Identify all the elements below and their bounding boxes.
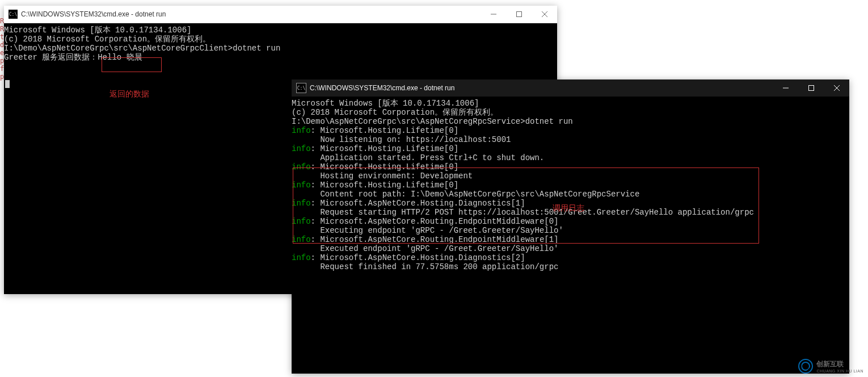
watermark-text: 创新互联 [816, 359, 863, 369]
watermark: 创新互联 CHUANG XIN HU LIAN [798, 359, 863, 374]
maximize-button[interactable] [798, 79, 824, 97]
watermark-logo-icon [798, 359, 813, 374]
watermark-subtext: CHUANG XIN HU LIAN [816, 369, 863, 373]
log-line-source: info: Microsoft.Hosting.Lifetime[0] [292, 181, 847, 190]
window-title: C:\WINDOWS\SYSTEM32\cmd.exe - dotnet run [21, 10, 481, 18]
svg-rect-1 [516, 12, 521, 17]
terminal-line: I:\Demo\AspNetCoreGrpc\src\AspNetCoregRp… [292, 117, 847, 126]
log-line-source: info: Microsoft.AspNetCore.Routing.Endpo… [292, 217, 847, 226]
log-level: info [292, 217, 311, 226]
log-level: info [292, 126, 311, 135]
terminal-line: Greeter 服务返回数据：Hello 晓晨 [4, 53, 555, 62]
terminal-line: (c) 2018 Microsoft Corporation。保留所有权利。 [4, 35, 555, 44]
log-line-source: info: Microsoft.Hosting.Lifetime[0] [292, 126, 847, 135]
text-cursor [5, 80, 10, 88]
cmd-icon: C:\ [9, 10, 18, 19]
log-line-source: info: Microsoft.AspNetCore.Routing.Endpo… [292, 235, 847, 244]
terminal-output[interactable]: Microsoft Windows [版本 10.0.17134.1006](c… [292, 97, 849, 374]
terminal-line: Microsoft Windows [版本 10.0.17134.1006] [4, 26, 555, 35]
close-button[interactable] [824, 79, 849, 97]
terminal-line: I:\Demo\AspNetCoreGrpc\src\AspNetCoreGrp… [4, 44, 555, 53]
log-level: info [292, 144, 311, 153]
log-level: info [292, 199, 311, 208]
log-line-source: info: Microsoft.Hosting.Lifetime[0] [292, 162, 847, 171]
log-line-source: info: Microsoft.AspNetCore.Hosting.Diagn… [292, 199, 847, 208]
log-line-message: Request starting HTTP/2 POST https://loc… [292, 208, 847, 217]
terminal-line: (c) 2018 Microsoft Corporation。保留所有权利。 [292, 108, 847, 117]
titlebar[interactable]: C:\ C:\WINDOWS\SYSTEM32\cmd.exe - dotnet… [292, 79, 849, 97]
window-controls [773, 79, 849, 97]
log-line-message: Application started. Press Ctrl+C to shu… [292, 153, 847, 162]
window-controls [481, 6, 557, 23]
log-line-source: info: Microsoft.AspNetCore.Hosting.Diagn… [292, 253, 847, 262]
close-button[interactable] [532, 6, 557, 23]
log-line-message: Request finished in 77.5758ms 200 applic… [292, 262, 847, 271]
log-line-message: Hosting environment: Development [292, 171, 847, 181]
log-line-message: Now listening on: https://localhost:5001 [292, 135, 847, 144]
minimize-button[interactable] [481, 6, 506, 23]
log-line-source: info: Microsoft.Hosting.Lifetime[0] [292, 144, 847, 153]
cmd-window-service: C:\ C:\WINDOWS\SYSTEM32\cmd.exe - dotnet… [292, 79, 849, 374]
minimize-button[interactable] [773, 79, 798, 97]
log-line-message: Executing endpoint 'gRPC - /Greet.Greete… [292, 226, 847, 235]
log-line-message: Content root path: I:\Demo\AspNetCoreGrp… [292, 190, 847, 199]
titlebar[interactable]: C:\ C:\WINDOWS\SYSTEM32\cmd.exe - dotnet… [4, 6, 557, 23]
maximize-button[interactable] [506, 6, 532, 23]
svg-rect-5 [808, 86, 814, 91]
cmd-icon: C:\ [296, 83, 306, 93]
log-line-message: Executed endpoint 'gRPC - /Greet.Greeter… [292, 244, 847, 253]
annotation-label-return-data: 返回的数据 [109, 89, 149, 98]
window-title: C:\WINDOWS\SYSTEM32\cmd.exe - dotnet run [310, 84, 773, 92]
log-level: info [292, 162, 311, 171]
log-level: info [292, 253, 311, 262]
terminal-line: Microsoft Windows [版本 10.0.17134.1006] [292, 99, 847, 108]
log-level: info [292, 235, 311, 244]
log-level: info [292, 181, 311, 190]
